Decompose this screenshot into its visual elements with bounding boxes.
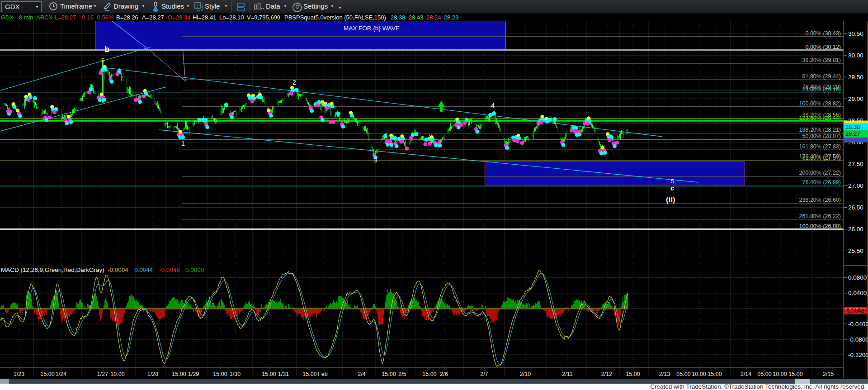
svg-text:2/7: 2/7 <box>480 371 488 377</box>
svg-text:1/28: 1/28 <box>147 371 158 377</box>
svg-text:10:00: 10:00 <box>773 371 787 377</box>
svg-text:-0.0400: -0.0400 <box>848 321 868 328</box>
svg-text:28.27: 28.27 <box>845 130 860 137</box>
svg-text:0.0000: 0.0000 <box>185 266 204 273</box>
svg-text:-0.0048: -0.0048 <box>844 307 864 314</box>
svg-text:15:00: 15:00 <box>262 371 276 377</box>
svg-text:Created with TradeStation. ©Tr: Created with TradeStation. ©TradeStation… <box>650 383 866 390</box>
svg-text:4: 4 <box>491 102 495 109</box>
svg-text:30.00: 30.00 <box>848 52 863 59</box>
svg-text:2: 2 <box>292 79 296 86</box>
svg-text:15:00: 15:00 <box>382 371 396 377</box>
svg-text:27.00: 27.00 <box>848 182 863 189</box>
svg-text:138.20% (28.21): 138.20% (28.21) <box>799 127 841 133</box>
svg-text:23.60% (29.18): 23.60% (29.18) <box>802 86 841 93</box>
svg-text:2/11: 2/11 <box>562 371 572 377</box>
svg-text:26.00: 26.00 <box>848 226 863 233</box>
svg-text:15:00: 15:00 <box>708 371 722 377</box>
svg-text:10:00: 10:00 <box>110 371 124 377</box>
svg-text:-0.1200: -0.1200 <box>848 352 868 358</box>
svg-text:100.00% (28.82): 100.00% (28.82) <box>799 100 841 107</box>
svg-text:50.00% (28.07): 50.00% (28.07) <box>802 133 841 139</box>
svg-text:161.80% (27.83): 161.80% (27.83) <box>799 143 841 150</box>
svg-text:61.80% (29.44): 61.80% (29.44) <box>802 73 841 80</box>
svg-text:100.00% (26.00): 100.00% (26.00) <box>799 223 841 229</box>
svg-text:2/5: 2/5 <box>398 371 406 377</box>
svg-text:5: 5 <box>671 178 674 185</box>
svg-text:15:00: 15:00 <box>788 371 802 377</box>
svg-text:0.0800: 0.0800 <box>848 274 867 281</box>
svg-text:1/24: 1/24 <box>56 371 66 377</box>
svg-text:1/23: 1/23 <box>14 371 24 377</box>
svg-text:-0.0048: -0.0048 <box>159 266 180 273</box>
svg-text:76.40% (26.99): 76.40% (26.99) <box>802 179 841 185</box>
svg-text:25.50: 25.50 <box>848 247 863 254</box>
svg-text:200.00% (27.22): 200.00% (27.22) <box>799 170 841 176</box>
svg-text:15:00: 15:00 <box>302 371 316 377</box>
svg-text:05:00: 05:00 <box>757 371 771 377</box>
svg-text:1/27: 1/27 <box>97 371 108 377</box>
svg-text:0.00% (30.12): 0.00% (30.12) <box>805 44 841 50</box>
svg-text:38.20% (29.81): 38.20% (29.81) <box>802 57 841 63</box>
svg-text:Feb: Feb <box>318 371 328 377</box>
svg-text:c: c <box>101 56 104 63</box>
svg-text:2/14: 2/14 <box>741 371 751 377</box>
svg-text:b: b <box>104 44 110 54</box>
svg-text:MAX FOR {b} WAVE: MAX FOR {b} WAVE <box>344 25 400 32</box>
svg-text:27.50: 27.50 <box>848 161 863 167</box>
svg-text:61.80% (27.57): 61.80% (27.57) <box>802 155 841 161</box>
svg-text:30.50: 30.50 <box>848 30 863 37</box>
svg-text:0.00% (30.43): 0.00% (30.43) <box>805 30 841 37</box>
svg-text:0.0044: 0.0044 <box>134 266 153 273</box>
svg-text:2/4: 2/4 <box>358 371 365 377</box>
svg-text:28.38: 28.38 <box>845 124 860 130</box>
svg-text:1/30: 1/30 <box>230 371 241 377</box>
svg-text:10:00: 10:00 <box>692 371 706 377</box>
svg-text:15:00: 15:00 <box>213 371 227 377</box>
svg-text:261.80% (26.22): 261.80% (26.22) <box>799 213 841 219</box>
svg-text:15:00: 15:00 <box>172 371 186 377</box>
svg-text:2/13: 2/13 <box>659 371 670 377</box>
svg-text:-0.0004: -0.0004 <box>108 266 128 273</box>
svg-text:15:00: 15:00 <box>40 371 54 377</box>
svg-text:2/10: 2/10 <box>520 371 531 377</box>
svg-text:-0.0800: -0.0800 <box>848 336 868 343</box>
svg-text:05:00: 05:00 <box>676 371 690 377</box>
svg-text:26.50: 26.50 <box>848 204 863 211</box>
svg-text:29.00: 29.00 <box>848 95 863 102</box>
svg-text:238.20% (26.60): 238.20% (26.60) <box>799 197 841 203</box>
svg-text:15:00: 15:00 <box>422 371 436 377</box>
svg-text:1: 1 <box>181 140 185 147</box>
svg-text:0.0400: 0.0400 <box>848 290 867 296</box>
svg-text:15:00: 15:00 <box>626 371 640 377</box>
svg-text:(ii): (ii) <box>666 195 675 204</box>
svg-text:123.60% (28.44): 123.60% (28.44) <box>799 115 841 121</box>
svg-text:3: 3 <box>373 157 377 164</box>
svg-text:29.50: 29.50 <box>848 74 863 81</box>
svg-text:c: c <box>670 184 674 192</box>
svg-text:2/15: 2/15 <box>823 371 834 377</box>
svg-text:2/6: 2/6 <box>440 371 448 377</box>
svg-text:1/31: 1/31 <box>278 371 289 377</box>
svg-text:1/29: 1/29 <box>188 371 199 377</box>
svg-text:MACD (12,26,9,Green,Red,DarkGr: MACD (12,26,9,Green,Red,DarkGray) <box>1 266 104 273</box>
svg-text:2/12: 2/12 <box>601 371 612 377</box>
